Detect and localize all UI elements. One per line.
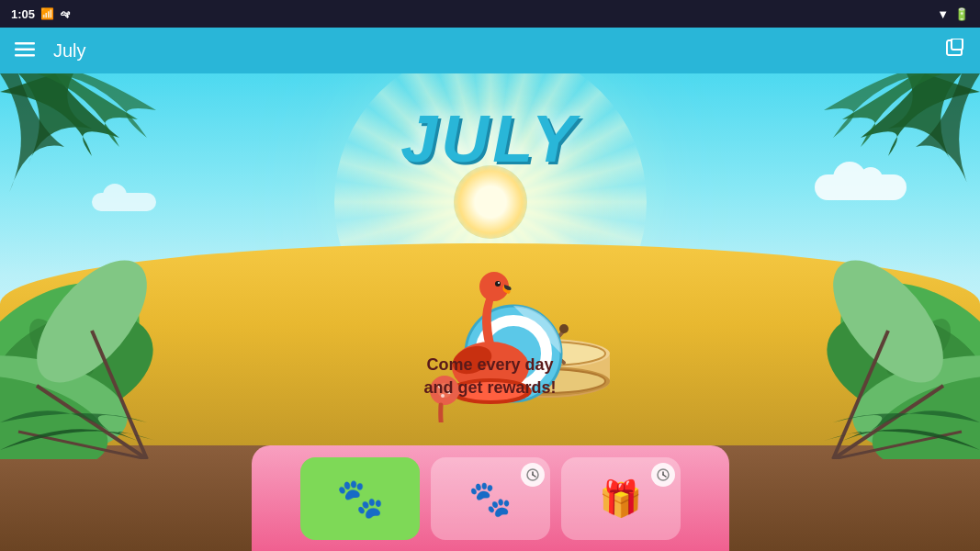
reward-card-3[interactable]: 🎁 xyxy=(561,457,681,540)
clock-badge-2 xyxy=(521,463,545,487)
desc-line2: and get rewards! xyxy=(423,377,556,399)
signal-icon: 📶 xyxy=(40,7,54,20)
svg-line-55 xyxy=(663,475,666,477)
rewards-panel: 🐾 🐾 🎁 xyxy=(252,445,729,551)
svg-rect-0 xyxy=(15,42,35,45)
main-content: JULY xyxy=(0,73,980,551)
wifi-icon: ▼ xyxy=(937,7,949,21)
reward-icon-1: 🐾 xyxy=(336,476,384,521)
svg-point-41 xyxy=(498,282,500,284)
tropical-leaves-right xyxy=(668,165,980,459)
share-button[interactable] xyxy=(945,39,965,63)
battery-icon: 🔋 xyxy=(954,7,969,21)
clock-badge-3 xyxy=(651,463,675,487)
svg-rect-2 xyxy=(15,54,35,57)
menu-button[interactable] xyxy=(15,39,35,62)
reward-icon-2: 🐾 xyxy=(468,478,512,519)
reward-card-1[interactable]: 🐾 xyxy=(300,457,420,540)
reward-icon-3: 🎁 xyxy=(599,478,642,519)
reward-card-2[interactable]: 🐾 xyxy=(431,457,550,540)
tropical-leaves-left xyxy=(0,165,312,459)
status-bar: 1:05 📶 🛩 ▼ 🔋 xyxy=(0,0,980,28)
desc-line1: Come every day xyxy=(423,354,556,377)
app-toolbar: July xyxy=(0,28,980,73)
svg-rect-4 xyxy=(952,39,963,50)
svg-point-34 xyxy=(559,324,569,333)
page-title: July xyxy=(53,40,927,62)
time-display: 1:05 xyxy=(11,7,35,21)
svg-point-40 xyxy=(495,281,501,287)
data-icon: 🛩 xyxy=(60,8,70,19)
july-title: JULY xyxy=(400,101,580,176)
description-text: Come every day and get rewards! xyxy=(423,354,556,399)
svg-line-52 xyxy=(533,475,535,477)
svg-rect-1 xyxy=(15,49,35,51)
